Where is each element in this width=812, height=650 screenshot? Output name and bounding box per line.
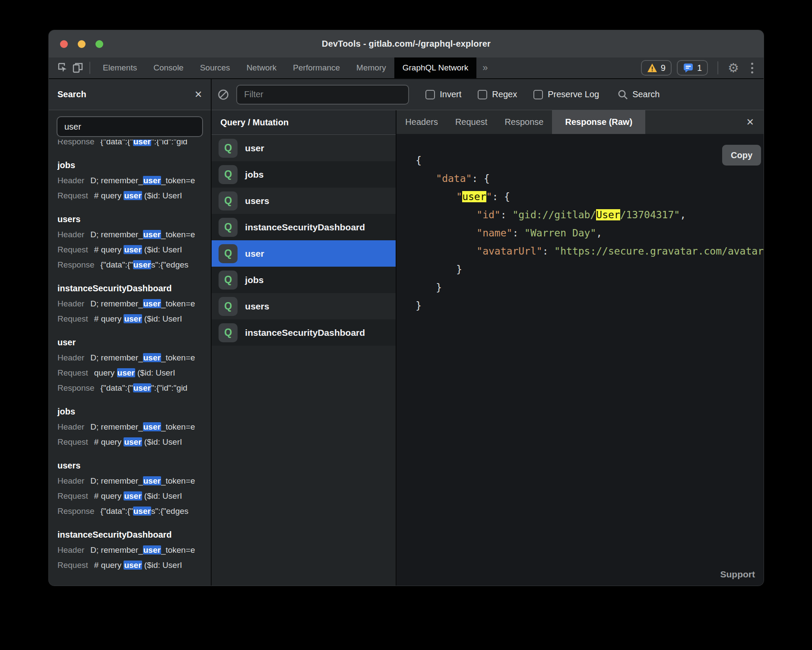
checkbox-box[interactable] [478,90,487,99]
search-result-line[interactable]: Request# query user ($id: UserI [57,242,202,257]
search-result-group-name[interactable]: jobs [57,404,202,419]
copy-button[interactable]: Copy [722,145,761,166]
search-result-line[interactable]: Request# query user ($id: UserI [57,434,202,449]
search-result-group-name[interactable]: users [57,212,202,227]
result-text: ":{"id":"gid [151,140,187,146]
search-result-line[interactable]: Requestquery user ($id: UserI [57,365,202,380]
warnings-badge[interactable]: 9 [641,60,672,76]
toolbar-search-button[interactable]: Search [617,89,660,100]
response-tab[interactable]: Request [455,110,488,134]
result-line-value: {"data":{"user":{"id":"gid [101,140,187,146]
json-token: " [486,191,492,202]
search-result-group-name[interactable]: jobs [57,158,202,173]
search-result-line[interactable]: HeaderD; remember_user_token=e [57,227,202,242]
result-text: _token=e [161,422,195,431]
toolbar-checkbox[interactable]: Invert [425,89,461,99]
devtools-window: DevTools - gitlab.com/-/graphql-explorer… [49,30,764,586]
search-result-group-name[interactable]: users [57,458,202,473]
search-result-line[interactable]: Response{"data":{"user":{"id":"gid [57,140,202,149]
json-token: " [456,191,462,202]
title-bar: DevTools - gitlab.com/-/graphql-explorer [49,30,764,57]
toolbar-checkbox[interactable]: Preserve Log [533,89,599,99]
tabbar-separator [89,62,90,74]
chrome-tab[interactable]: Memory [348,57,394,78]
result-line-label: Header [57,476,84,485]
search-result-line[interactable]: HeaderD; remember_user_token=e [57,419,202,434]
query-name: instanceSecurityDashboard [245,222,365,233]
query-type-badge: Q [219,297,238,316]
search-result-group-name[interactable]: instanceSecurityDashboard [57,527,202,542]
chrome-tab[interactable]: GraphQL Network [394,57,476,78]
json-token: /13704317" [620,209,680,220]
more-tabs-chevron[interactable]: » [476,57,494,78]
chrome-tab[interactable]: Network [238,57,285,78]
response-tab[interactable]: Response [504,110,543,134]
clear-log-icon[interactable] [217,89,229,101]
search-result-line[interactable]: HeaderD; remember_user_token=e [57,542,202,558]
query-list-item[interactable]: Quser [212,135,396,161]
result-line-value: # query user ($id: UserI [94,437,182,446]
search-result-line[interactable]: HeaderD; remember_user_token=e [57,296,202,311]
maximize-window-button[interactable] [95,40,103,48]
result-text: _token=e [161,230,195,239]
response-tab[interactable]: Response (Raw) [552,110,645,134]
window-title: DevTools - gitlab.com/-/graphql-explorer [322,39,491,49]
result-text: D; remember_ [90,353,143,362]
search-input[interactable] [57,116,203,137]
support-link[interactable]: Support [720,569,755,580]
json-token: : [542,245,555,257]
search-result-line[interactable]: HeaderD; remember_user_token=e [57,173,202,188]
result-text: D; remember_ [90,299,143,308]
device-toolbar-icon[interactable] [70,57,85,78]
result-line-label: Header [57,422,84,431]
result-line-label: Response [57,383,95,392]
devtools-menu-icon[interactable] [744,57,760,78]
search-result-line[interactable]: Response{"data":{"users":{"edges [57,503,202,519]
query-type-badge: Q [219,191,238,210]
result-text: ":{"id":"gid [151,383,187,392]
result-line-label: Request [57,368,88,377]
search-match-highlight: user [124,314,142,323]
search-match-highlight: user [124,491,142,500]
search-result-line[interactable]: Request# query user ($id: UserI [57,311,202,326]
search-result-line[interactable]: Response{"data":{"users":{"edges [57,257,202,272]
query-list-item[interactable]: Qusers [212,293,396,319]
close-detail-icon[interactable]: ✕ [746,110,754,134]
json-line: } [416,278,764,296]
result-text: _token=e [161,476,195,485]
search-result-line[interactable]: HeaderD; remember_user_token=e [57,350,202,365]
chrome-tab[interactable]: Performance [285,57,348,78]
json-code: {"data": {"user": {"id": "gid://gitlab/U… [416,151,764,315]
search-result-line[interactable]: HeaderD; remember_user_token=e [57,473,202,488]
query-list-item[interactable]: QinstanceSecurityDashboard [212,319,396,346]
close-window-button[interactable] [60,40,68,48]
query-list-item[interactable]: QinstanceSecurityDashboard [212,214,396,240]
chrome-tab[interactable]: Elements [95,57,145,78]
chrome-tab[interactable]: Console [145,57,192,78]
search-result-line[interactable]: Response{"data":{"user":{"id":"gid [57,380,202,395]
result-text: {"data":{" [101,383,133,392]
settings-gear-icon[interactable]: ⚙ [723,57,744,78]
search-result-line[interactable]: Request# query user ($id: UserI [57,188,202,203]
query-list-item[interactable]: Qjobs [212,267,396,293]
search-result-group-name[interactable]: user [57,335,202,350]
search-result-group-name[interactable]: instanceSecurityDashboard [57,281,202,296]
query-list-item[interactable]: Qjobs [212,161,396,188]
response-tab[interactable]: Headers [405,110,438,134]
close-search-panel-icon[interactable]: ✕ [194,90,202,99]
checkbox-label: Preserve Log [548,89,599,99]
inspect-element-icon[interactable] [56,57,70,78]
filter-input[interactable] [236,85,409,105]
issues-badge[interactable]: 1 [677,60,708,76]
chrome-tab[interactable]: Sources [192,57,238,78]
checkbox-box[interactable] [425,90,435,99]
search-result-line[interactable]: Request# query user ($id: UserI [57,488,202,503]
query-list-item[interactable]: Qusers [212,188,396,214]
search-result-line[interactable]: Request# query user ($id: UserI [57,558,202,573]
minimize-window-button[interactable] [78,40,86,48]
search-panel: Search ✕ Response{"data":{"user":{"id":"… [49,79,212,586]
toolbar-checkbox[interactable]: Regex [478,89,517,99]
json-token: } [416,300,422,311]
checkbox-box[interactable] [533,90,543,99]
query-list-item[interactable]: Quser [212,240,396,267]
